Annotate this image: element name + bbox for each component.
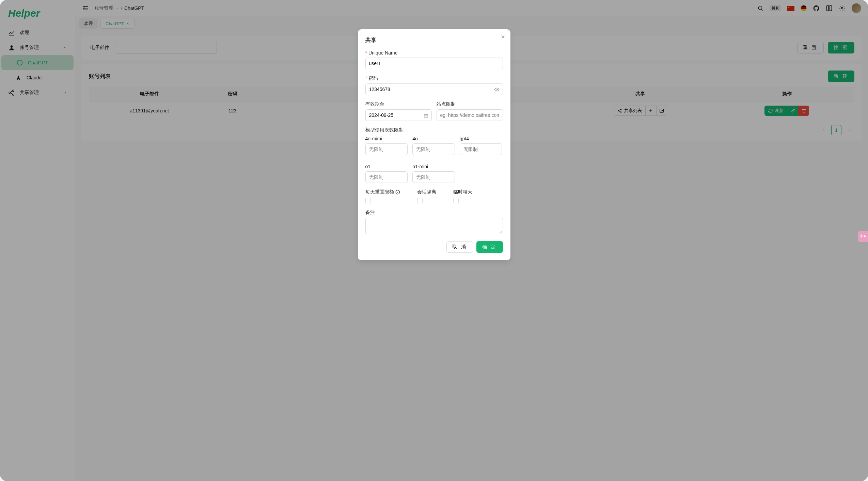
language-fab[interactable]: 中A	[858, 231, 868, 242]
model-4o-label: 4o	[412, 136, 455, 141]
modal-mask[interactable]: 共享 *Unique Name *密码 有效期至 站点限制	[0, 0, 868, 481]
model-4o-mini-label: 4o-mimi	[365, 136, 408, 141]
info-icon[interactable]	[395, 190, 400, 195]
ok-button[interactable]: 确 定	[476, 241, 503, 253]
reset-quota-label: 每天重置限额	[365, 189, 400, 195]
svg-point-10	[496, 89, 498, 90]
unique-name-input[interactable]	[365, 58, 503, 69]
reset-quota-checkbox[interactable]	[365, 198, 371, 203]
calendar-icon[interactable]	[424, 113, 428, 118]
temp-chat-checkbox[interactable]	[453, 198, 459, 203]
remark-input[interactable]	[365, 218, 503, 234]
modal-title: 共享	[365, 37, 503, 44]
site-input[interactable]	[437, 109, 503, 121]
model-o1-mini-input[interactable]	[412, 171, 455, 183]
model-gpt4-input[interactable]	[460, 143, 502, 155]
site-label: 站点限制	[437, 101, 503, 107]
model-4o-mini-input[interactable]	[365, 143, 408, 155]
svg-rect-11	[424, 114, 428, 118]
remark-label: 备注	[365, 210, 503, 216]
model-limit-label: 模型使用次数限制:	[365, 127, 503, 133]
expire-label: 有效期至	[365, 101, 432, 107]
eye-icon[interactable]	[494, 87, 500, 92]
temp-chat-label: 临时聊天	[453, 189, 472, 195]
expire-input[interactable]	[365, 109, 432, 121]
close-icon[interactable]	[500, 34, 506, 40]
password-label: *密码	[365, 75, 503, 81]
model-4o-input[interactable]	[412, 143, 455, 155]
isolate-checkbox[interactable]	[417, 198, 423, 203]
model-gpt4-label: gpt4	[460, 136, 502, 141]
cancel-button[interactable]: 取 消	[446, 241, 473, 253]
model-o1-input[interactable]	[365, 171, 408, 183]
password-input[interactable]	[365, 83, 503, 95]
isolate-label: 会话隔离	[417, 189, 436, 195]
share-modal: 共享 *Unique Name *密码 有效期至 站点限制	[358, 29, 510, 260]
model-o1-label: o1	[365, 164, 408, 169]
unique-name-label: *Unique Name	[365, 50, 503, 56]
model-o1-mini-label: o1-mini	[412, 164, 455, 169]
